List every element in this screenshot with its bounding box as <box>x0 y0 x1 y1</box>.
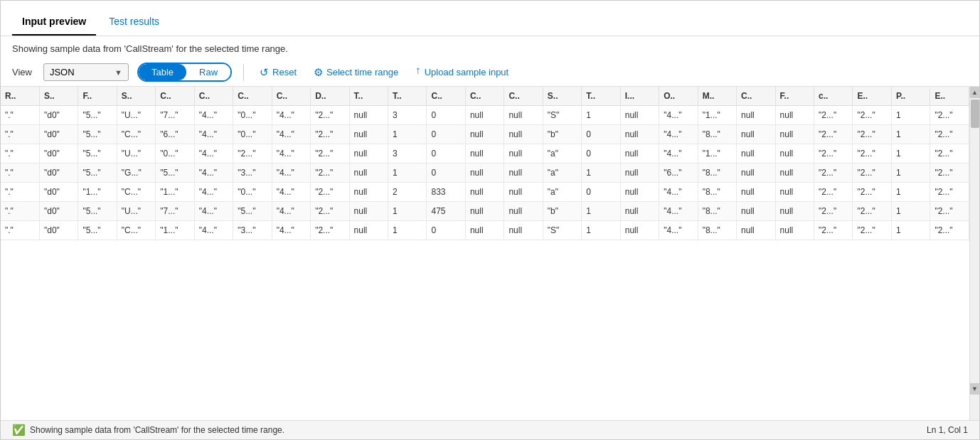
toggle-table-button[interactable]: Table <box>139 64 186 80</box>
table-header-cell: M.. <box>698 87 736 106</box>
table-cell: null <box>620 183 659 202</box>
table-cell: null <box>504 221 543 240</box>
table-cell: "5..." <box>78 221 117 240</box>
table-cell: "." <box>1 163 39 183</box>
table-cell: "2..." <box>311 163 349 183</box>
table-cell: "d0" <box>39 144 78 163</box>
table-cell: "d0" <box>39 125 78 144</box>
table-cell: "d0" <box>39 106 78 125</box>
gear-icon: ⚙ <box>314 66 323 79</box>
table-cell: null <box>504 183 543 202</box>
table-header-cell: C.. <box>737 87 775 106</box>
table-cell: null <box>620 125 659 144</box>
table-header-cell: C.. <box>156 87 194 106</box>
table-cell: "1..." <box>698 106 736 125</box>
table-cell: "4..." <box>659 183 698 202</box>
status-left: ✅ Showing sample data from 'CallStream' … <box>12 424 284 436</box>
table-header-cell: P.. <box>891 87 930 106</box>
table-cell: "4..." <box>659 106 698 125</box>
table-cell: null <box>504 202 543 221</box>
table-header-cell: C.. <box>194 87 233 106</box>
table-cell: "5..." <box>78 163 117 183</box>
table-header-cell: E.. <box>853 87 891 106</box>
scrollbar-down-button[interactable]: ▼ <box>970 383 980 395</box>
table-cell: "5..." <box>78 125 117 144</box>
table-cell: null <box>620 163 659 183</box>
tab-test-results[interactable]: Test results <box>99 9 169 36</box>
table-header-cell: C.. <box>465 87 504 106</box>
scrollbar-track: ▲ ▼ <box>969 87 979 420</box>
table-cell: "d0" <box>39 163 78 183</box>
table-cell: 1 <box>891 183 930 202</box>
table-cell: "b" <box>543 125 581 144</box>
table-cell: "4..." <box>272 221 310 240</box>
table-cell: "2..." <box>233 144 272 163</box>
table-cell: null <box>465 221 504 240</box>
view-select-value: JSON <box>50 67 109 77</box>
table-cell: "2..." <box>814 144 853 163</box>
table-cell: "G..." <box>117 163 155 183</box>
table-cell: 0 <box>427 106 465 125</box>
table-cell: null <box>504 106 543 125</box>
table-cell: "2..." <box>311 106 349 125</box>
table-cell: null <box>775 202 814 221</box>
view-select-dropdown[interactable]: JSON ▼ <box>43 63 129 81</box>
table-cell: null <box>504 144 543 163</box>
table-cell: "5..." <box>233 202 272 221</box>
table-cell: null <box>737 221 775 240</box>
table-cell: 3 <box>388 144 427 163</box>
reset-button[interactable]: ↺ Reset <box>255 63 301 82</box>
table-cell: "5..." <box>78 202 117 221</box>
table-cell: 1 <box>891 106 930 125</box>
reset-icon: ↺ <box>260 66 269 79</box>
table-cell: "2..." <box>814 163 853 183</box>
table-row: ".""d0""5...""U...""7...""4...""0...""4.… <box>1 106 969 125</box>
table-header-row: R..S..F..S..C..C..C..C..D..T..T..C..C..C… <box>1 87 969 106</box>
table-cell: "U..." <box>117 144 155 163</box>
table-cell: "2..." <box>853 144 891 163</box>
table-row: ".""d0""1...""C...""1...""4...""0...""4.… <box>1 183 969 202</box>
table-cell: "4..." <box>194 183 233 202</box>
table-cell: "2..." <box>930 125 969 144</box>
table-cell: 0 <box>427 125 465 144</box>
table-row: ".""d0""5...""G...""5...""4...""3...""4.… <box>1 163 969 183</box>
table-cell: 0 <box>582 183 620 202</box>
table-cell: "C..." <box>117 125 155 144</box>
table-cell: null <box>349 202 388 221</box>
toggle-raw-button[interactable]: Raw <box>186 64 230 80</box>
table-cell: 1 <box>891 221 930 240</box>
table-cell: "d0" <box>39 202 78 221</box>
select-time-range-button[interactable]: ⚙ Select time range <box>309 63 403 82</box>
scrollbar-up-button[interactable]: ▲ <box>970 87 980 98</box>
table-cell: "4..." <box>272 163 310 183</box>
table-cell: "4..." <box>272 106 310 125</box>
chevron-down-icon: ▼ <box>114 68 122 77</box>
table-cell: "8..." <box>698 125 736 144</box>
tab-input-preview[interactable]: Input preview <box>12 9 96 36</box>
table-cell: "." <box>1 144 39 163</box>
table-cell: 475 <box>427 202 465 221</box>
table-cell: "." <box>1 202 39 221</box>
table-cell: 1 <box>582 163 620 183</box>
table-header-cell: S.. <box>543 87 581 106</box>
table-cell: "4..." <box>194 221 233 240</box>
table-cell: "0..." <box>233 106 272 125</box>
table-cell: "6..." <box>156 125 194 144</box>
table-cell: null <box>465 183 504 202</box>
table-cell: "d0" <box>39 183 78 202</box>
table-cell: "d0" <box>39 221 78 240</box>
table-header-cell: I... <box>620 87 659 106</box>
table-cell: "1..." <box>698 144 736 163</box>
table-cell: "1..." <box>156 183 194 202</box>
upload-sample-button[interactable]: ↓ Upload sample input <box>411 63 513 81</box>
table-header-cell: T.. <box>582 87 620 106</box>
table-cell: "a" <box>543 183 581 202</box>
tabs-bar: Input preview Test results <box>1 1 979 36</box>
table-header-cell: R.. <box>1 87 39 106</box>
table-cell: "0..." <box>233 183 272 202</box>
table-cell: 0 <box>427 163 465 183</box>
table-cell: 1 <box>891 202 930 221</box>
table-scroll[interactable]: R..S..F..S..C..C..C..C..D..T..T..C..C..C… <box>1 87 969 420</box>
table-cell: null <box>775 221 814 240</box>
scrollbar-thumb[interactable] <box>971 100 979 128</box>
